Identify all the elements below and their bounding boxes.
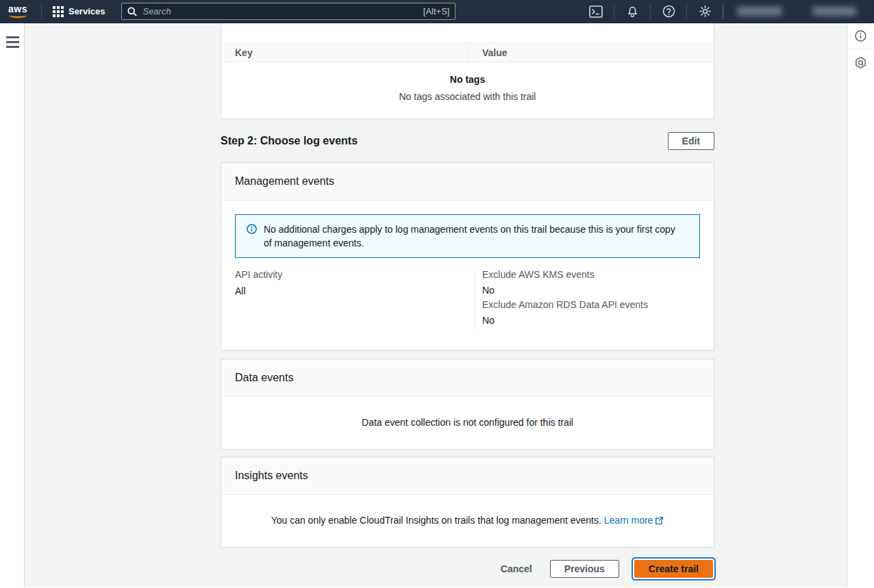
- terminal-icon: [589, 5, 603, 18]
- insights-events-card: Insights events You can only enable Clou…: [221, 457, 714, 548]
- search-shortcut: [Alt+S]: [423, 6, 450, 16]
- topbar-divider: [650, 4, 651, 19]
- insights-message: You can only enable CloudTrail Insights …: [271, 515, 601, 526]
- topbar-divider: [686, 4, 687, 19]
- info-alert-text: No additional charges apply to log manag…: [264, 222, 683, 250]
- external-link-icon: [655, 516, 664, 525]
- settings-button[interactable]: [691, 0, 719, 23]
- question-icon: [662, 5, 675, 18]
- left-navigation-rail: [0, 23, 25, 587]
- cancel-button[interactable]: Cancel: [498, 561, 535, 577]
- management-events-title: Management events: [235, 175, 334, 187]
- bell-icon: [626, 5, 639, 18]
- grid-icon: [53, 6, 64, 17]
- search-input[interactable]: [142, 6, 417, 16]
- cloudshell-button[interactable]: [582, 0, 610, 23]
- step2-heading: Step 2: Choose log events: [221, 135, 358, 147]
- exclude-kms-value: No: [482, 285, 700, 296]
- tags-empty-title: No tags: [221, 74, 714, 85]
- edit-step2-button[interactable]: Edit: [668, 132, 714, 150]
- tags-empty-message: No tags associated with this trail: [221, 91, 714, 102]
- tags-card: Key Value No tags No tags associated wit…: [221, 23, 714, 119]
- search-icon: [127, 7, 137, 16]
- topbar-divider: [614, 4, 614, 19]
- topbar-divider: [723, 4, 723, 19]
- data-events-title: Data events: [235, 372, 293, 383]
- api-activity-label: API activity: [235, 269, 475, 280]
- menu-toggle-button[interactable]: [0, 31, 25, 52]
- hamburger-icon: [6, 36, 19, 38]
- exclude-kms-label: Exclude AWS KMS events: [482, 269, 700, 280]
- exclude-rds-label: Exclude Amazon RDS Data API events: [482, 299, 700, 310]
- info-panel-button[interactable]: [847, 23, 874, 49]
- amazon-q-icon: [855, 57, 866, 68]
- topbar-divider: [41, 4, 42, 19]
- info-icon: [855, 30, 866, 42]
- tags-value-column-header: Value: [468, 46, 714, 60]
- management-events-header: Management events: [221, 163, 714, 201]
- exclude-rds-value: No: [482, 315, 700, 326]
- management-events-card: Management events No additional charges …: [221, 162, 714, 350]
- tags-key-column-header: Key: [221, 47, 468, 58]
- insights-events-header: Insights events: [221, 457, 714, 495]
- region-selector-redacted[interactable]: [737, 7, 782, 16]
- account-menu-redacted[interactable]: [812, 7, 856, 16]
- data-events-header: Data events: [221, 359, 714, 397]
- global-search[interactable]: [Alt+S]: [121, 3, 455, 20]
- tags-empty-state: No tags No tags associated with this tra…: [221, 62, 714, 118]
- main-scroll-area: Key Value No tags No tags associated wit…: [25, 23, 847, 587]
- help-button[interactable]: [655, 0, 682, 23]
- top-navigation-bar: aws Services [Alt+S]: [0, 0, 874, 23]
- services-label: Services: [68, 6, 105, 16]
- no-charges-info-alert: No additional charges apply to log manag…: [235, 214, 700, 258]
- amazon-q-button[interactable]: [847, 49, 874, 75]
- services-menu-button[interactable]: Services: [46, 0, 112, 23]
- previous-button[interactable]: Previous: [550, 560, 619, 578]
- learn-more-link[interactable]: Learn more: [604, 515, 664, 526]
- right-tools-rail: [847, 23, 874, 587]
- data-events-card: Data events Data event collection is not…: [221, 359, 714, 450]
- notifications-button[interactable]: [619, 0, 646, 23]
- info-icon: [247, 224, 257, 250]
- gear-icon: [699, 5, 712, 18]
- aws-logo[interactable]: aws: [8, 5, 27, 18]
- api-activity-value: All: [235, 285, 475, 296]
- insights-events-title: Insights events: [235, 470, 308, 481]
- aws-smile-icon: [9, 13, 27, 18]
- create-trail-button[interactable]: Create trail: [634, 560, 713, 578]
- tags-table-header: Key Value: [221, 42, 714, 62]
- data-events-message: Data event collection is not configured …: [221, 397, 714, 449]
